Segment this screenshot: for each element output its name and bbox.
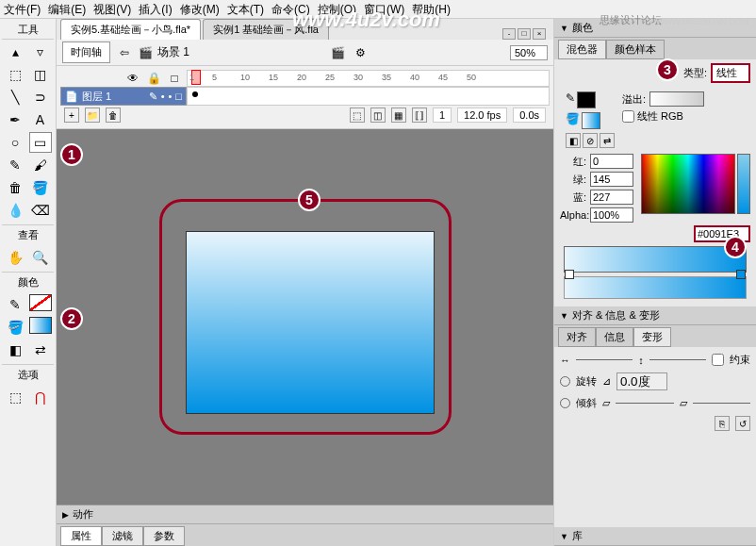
linear-rgb-checkbox[interactable] bbox=[622, 110, 634, 123]
ink-bottle-tool[interactable]: 🗑 bbox=[4, 177, 26, 198]
rotate-input[interactable] bbox=[616, 372, 667, 390]
mixer-tab[interactable]: 混色器 bbox=[558, 40, 606, 59]
alpha-input[interactable] bbox=[590, 207, 633, 223]
menu-file[interactable]: 文件(F) bbox=[4, 2, 41, 16]
menu-text[interactable]: 文本(T) bbox=[227, 2, 264, 16]
edit-symbols-icon[interactable]: ⚙ bbox=[353, 45, 370, 60]
red-input[interactable] bbox=[590, 154, 633, 169]
no-color-button[interactable]: ⊘ bbox=[583, 133, 598, 148]
paint-bucket-tool[interactable]: 🪣 bbox=[29, 177, 52, 198]
timeline-toggle-button[interactable]: 时间轴 bbox=[62, 41, 110, 63]
fill-picker-icon: 🪣 bbox=[566, 112, 580, 129]
subselection-tool[interactable]: ▿ bbox=[29, 41, 52, 62]
pen-tool[interactable]: ✒ bbox=[4, 109, 26, 130]
doc-close[interactable]: × bbox=[533, 28, 546, 40]
copy-transform-button[interactable]: ⎘ bbox=[715, 416, 730, 431]
oval-tool[interactable]: ○ bbox=[4, 132, 26, 153]
width-icon: ↔ bbox=[560, 355, 570, 366]
delete-layer-button[interactable]: 🗑 bbox=[106, 108, 121, 123]
layer-outline-box[interactable]: □ bbox=[175, 91, 182, 102]
menu-insert[interactable]: 插入(I) bbox=[139, 2, 172, 16]
scene-name[interactable]: 场景 1 bbox=[157, 44, 189, 60]
tick: 20 bbox=[297, 73, 306, 82]
default-colors[interactable]: ◧ bbox=[4, 339, 26, 360]
brush-tool[interactable]: 🖌 bbox=[29, 155, 52, 175]
frames-track[interactable] bbox=[187, 87, 550, 106]
scene-back-icon[interactable]: ⇦ bbox=[116, 45, 133, 60]
free-transform-tool[interactable]: ⬚ bbox=[4, 64, 26, 85]
color-spectrum[interactable] bbox=[641, 154, 735, 214]
gradient-preview[interactable] bbox=[564, 246, 747, 273]
lasso-tool[interactable]: ⊃ bbox=[29, 87, 52, 108]
transform-panel-header[interactable]: 对齐 & 信息 & 变形 bbox=[554, 306, 756, 325]
swap-colors[interactable]: ⇄ bbox=[29, 339, 52, 360]
brightness-slider[interactable] bbox=[737, 154, 750, 214]
info-tab[interactable]: 信息 bbox=[596, 327, 633, 347]
edit-scene-icon[interactable]: 🎬 bbox=[330, 45, 347, 60]
option-snap[interactable]: ⬚ bbox=[4, 387, 26, 407]
onion-outline-icon[interactable]: ◫ bbox=[370, 108, 386, 123]
gradient-stop-left[interactable] bbox=[565, 270, 574, 279]
doc-maximize[interactable]: □ bbox=[518, 28, 531, 40]
gradient-transform-tool[interactable]: ◫ bbox=[29, 64, 52, 85]
edit-multiple-icon[interactable]: ▦ bbox=[391, 108, 406, 123]
rotate-radio[interactable] bbox=[560, 376, 570, 387]
green-input[interactable] bbox=[590, 172, 633, 187]
eye-icon[interactable]: 👁 bbox=[124, 71, 141, 86]
library-panel-header[interactable]: 库 bbox=[554, 527, 756, 546]
zoom-select[interactable]: 50% bbox=[510, 45, 548, 60]
gradient-stop-right[interactable] bbox=[736, 270, 746, 279]
menu-modify[interactable]: 修改(M) bbox=[180, 2, 220, 16]
zoom-tool[interactable]: 🔍 bbox=[29, 247, 52, 268]
selection-tool[interactable]: ▴ bbox=[4, 41, 26, 62]
eraser-tool[interactable]: ⌫ bbox=[29, 200, 52, 221]
layer-dot1[interactable]: • bbox=[161, 91, 165, 102]
skew-radio[interactable] bbox=[560, 398, 570, 408]
filters-tab[interactable]: 滤镜 bbox=[102, 526, 143, 546]
constrain-label: 约束 bbox=[730, 353, 750, 367]
transform-tab[interactable]: 变形 bbox=[633, 327, 671, 347]
overflow-select[interactable] bbox=[649, 91, 704, 107]
eyedropper-tool[interactable]: 💧 bbox=[4, 200, 26, 221]
doc-tab-active[interactable]: 实例5.基础绘画－小鸟.fla* bbox=[60, 19, 201, 40]
line-tool[interactable]: ╲ bbox=[4, 87, 26, 108]
onion-skin-icon[interactable]: ⬚ bbox=[350, 108, 365, 123]
option-magnet[interactable]: ⋂ bbox=[29, 387, 52, 407]
tick: 15 bbox=[269, 73, 278, 82]
outline-icon[interactable]: □ bbox=[166, 71, 183, 86]
pencil-tool[interactable]: ✎ bbox=[4, 155, 26, 175]
doc-minimize[interactable]: - bbox=[502, 28, 516, 40]
properties-tab[interactable]: 属性 bbox=[60, 526, 102, 546]
menu-edit[interactable]: 编辑(E) bbox=[48, 2, 86, 16]
reset-transform-button[interactable]: ↺ bbox=[735, 416, 750, 431]
keyframe[interactable] bbox=[192, 91, 198, 97]
new-layer-button[interactable]: + bbox=[64, 108, 79, 123]
swap-colors-button[interactable]: ⇄ bbox=[600, 133, 615, 148]
frames-ruler[interactable]: 1 5 10 15 20 25 30 35 40 45 50 bbox=[187, 70, 550, 87]
blue-input[interactable] bbox=[590, 190, 633, 205]
bw-colors-button[interactable]: ◧ bbox=[566, 133, 581, 148]
parameters-tab[interactable]: 参数 bbox=[143, 526, 185, 546]
fill-color-box[interactable] bbox=[582, 112, 600, 129]
rectangle-tool[interactable]: ▭ bbox=[29, 132, 52, 153]
new-folder-button[interactable]: 📁 bbox=[85, 108, 100, 123]
watermark-url: www.4u2v.com bbox=[292, 8, 440, 32]
options-section-label: 选项 bbox=[2, 364, 54, 385]
actions-panel-header[interactable]: 动作 bbox=[57, 505, 553, 524]
swatches-tab[interactable]: 颜色样本 bbox=[606, 40, 665, 59]
constrain-checkbox[interactable] bbox=[712, 354, 724, 366]
drawn-rectangle[interactable] bbox=[186, 231, 435, 414]
align-tab[interactable]: 对齐 bbox=[558, 327, 596, 347]
layer-row[interactable]: 📄 图层 1 ✎ • • □ bbox=[60, 87, 187, 106]
lock-icon[interactable]: 🔒 bbox=[145, 71, 162, 86]
text-tool[interactable]: A bbox=[29, 109, 52, 130]
stroke-color-swatch[interactable] bbox=[29, 294, 52, 311]
onion-markers-icon[interactable]: ⟦⟧ bbox=[412, 108, 427, 123]
stroke-color-box[interactable] bbox=[577, 91, 596, 108]
menu-view[interactable]: 视图(V) bbox=[93, 2, 131, 16]
fill-color-swatch[interactable] bbox=[29, 317, 52, 334]
layer-dot2[interactable]: • bbox=[168, 91, 172, 102]
hand-tool[interactable]: ✋ bbox=[4, 247, 26, 268]
stage-area[interactable] bbox=[57, 129, 553, 505]
type-select[interactable]: 线性 bbox=[711, 63, 750, 83]
